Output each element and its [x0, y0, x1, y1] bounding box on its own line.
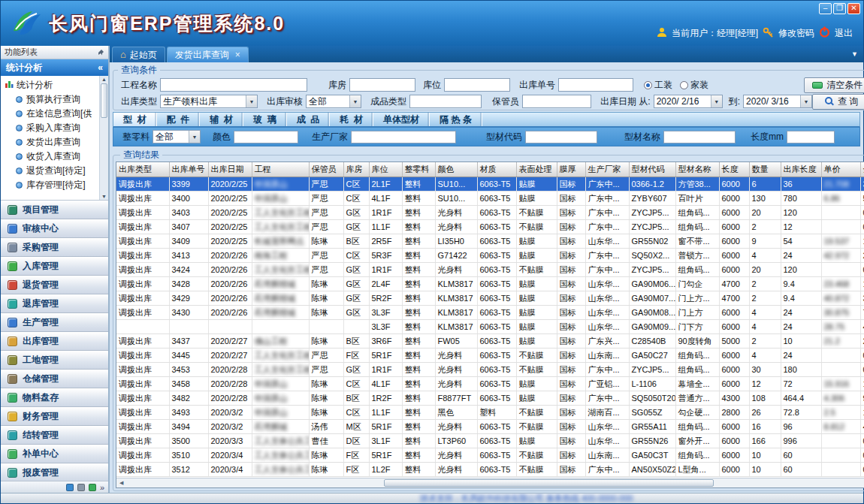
table-cell[interactable]: 24 [781, 349, 821, 363]
table-cell[interactable]: L型角... [675, 463, 719, 477]
table-cell[interactable]: SQ50X2... [629, 249, 675, 263]
length-input[interactable] [787, 131, 835, 143]
table-row[interactable]: 调拨出库34092020/2/25长城宽带网点陈琳B区2R5F整料LI35H06… [116, 234, 864, 249]
table-cell[interactable]: GR55N02 [629, 234, 675, 249]
sidebar-item[interactable]: 补单中心 [1, 445, 108, 463]
table-cell[interactable]: 2020/3/2 [208, 420, 252, 434]
table-cell[interactable]: 0 [860, 206, 864, 220]
table-cell[interactable]: 6000 [719, 349, 749, 363]
table-cell[interactable]: 调拨出库 [116, 420, 169, 434]
table-cell[interactable]: 石湾辉煌城 [252, 291, 309, 306]
table-cell[interactable]: 光身料 [435, 206, 477, 220]
table-cell[interactable]: 4700 [719, 277, 749, 291]
table-cell[interactable]: LI35H0 [435, 234, 477, 249]
table-cell[interactable]: 不贴膜 [516, 448, 557, 463]
table-cell[interactable]: 国标 [557, 406, 585, 420]
table-cell[interactable]: C区 [343, 249, 369, 263]
column-header[interactable]: 金额 [860, 162, 864, 177]
table-cell[interactable]: GA90M09... [629, 320, 675, 334]
table-row[interactable]: 调拨出库34452020/2/27工人文化宫工程严思F区5R1F整料光身料606… [116, 349, 864, 363]
table-cell[interactable]: 4700 [719, 291, 749, 306]
table-cell[interactable]: 1R1F [369, 363, 402, 377]
table-cell[interactable]: 华润原山 [252, 192, 309, 206]
table-cell[interactable]: 180 [781, 363, 821, 377]
table-cell[interactable]: 国标 [557, 320, 585, 334]
table-cell[interactable]: 10 [781, 334, 821, 349]
table-cell[interactable]: 10 [749, 448, 781, 463]
table-cell[interactable]: 216 [860, 334, 864, 349]
table-row[interactable]: 调拨出库34282020/2/26石湾辉煌城陈琳G区2L4F整料KLM38176… [116, 277, 864, 291]
column-header[interactable]: 出库长度 [781, 162, 821, 177]
material-tab[interactable]: 成 品 [287, 113, 331, 126]
table-cell[interactable]: 6000 [719, 220, 749, 234]
table-cell[interactable]: 方管38... [675, 177, 719, 192]
table-cell[interactable]: 工人文化宫工程 [252, 349, 309, 363]
table-cell[interactable]: 3429 [169, 291, 208, 306]
table-cell[interactable]: 3445 [169, 349, 208, 363]
sidebar-item[interactable]: 退货管理 [1, 276, 108, 294]
tree-item[interactable]: 预算执行查询 [5, 92, 98, 107]
table-cell[interactable]: 陈琳 [309, 377, 343, 391]
table-cell[interactable]: 国标 [557, 420, 585, 434]
column-header[interactable]: 工程 [252, 162, 309, 177]
table-cell[interactable]: 4 [749, 320, 781, 334]
table-cell[interactable]: 调拨出库 [116, 349, 169, 363]
table-cell[interactable]: 整料 [402, 320, 435, 334]
table-cell[interactable]: 贴膜 [516, 306, 557, 320]
table-cell[interactable]: 6000 [719, 192, 749, 206]
table-cell[interactable]: 16 [749, 420, 781, 434]
table-cell[interactable]: 陈琳 [309, 448, 343, 463]
sidebar-item[interactable]: 退库管理 [1, 294, 108, 313]
table-cell[interactable]: 国标 [557, 291, 585, 306]
table-row[interactable]: 调拨出库34032020/2/25工人文化宫工程严思G区1R1F整料光身料606… [116, 206, 864, 220]
table-cell[interactable]: 调拨出库 [116, 277, 169, 291]
shortcut-calendar-icon[interactable] [66, 484, 74, 491]
table-cell[interactable] [208, 320, 252, 334]
table-cell[interactable]: 山东华... [585, 234, 629, 249]
shortcut-folder-icon[interactable] [77, 484, 85, 491]
table-cell[interactable]: 3413 [169, 249, 208, 263]
table-cell[interactable]: 国标 [557, 391, 585, 406]
tab-list-arrow-icon[interactable]: ▼ [851, 50, 858, 58]
table-cell[interactable]: G区 [343, 306, 369, 320]
table-cell[interactable]: 陈琳 [309, 234, 343, 249]
table-cell[interactable]: G区 [343, 291, 369, 306]
table-cell[interactable]: 贴膜 [516, 320, 557, 334]
collapse-chevrons-icon[interactable]: « [98, 62, 103, 73]
table-cell[interactable]: 整料 [402, 349, 435, 363]
table-cell[interactable]: 130 [749, 192, 781, 206]
table-cell[interactable]: L-1106 [629, 377, 675, 391]
table-cell[interactable]: 182 [860, 406, 864, 420]
table-cell[interactable]: 2 [749, 277, 781, 291]
color-input[interactable] [234, 131, 298, 143]
table-cell[interactable]: 2L1F [369, 177, 402, 192]
table-cell[interactable]: 山东华... [585, 291, 629, 306]
table-cell[interactable]: 贴膜 [516, 377, 557, 391]
table-cell[interactable]: 6000 [719, 249, 749, 263]
table-cell[interactable]: 山东华... [585, 306, 629, 320]
table-cell[interactable]: 门上方... [675, 291, 719, 306]
table-cell[interactable]: 166 [749, 434, 781, 448]
table-cell[interactable]: 998 [860, 391, 864, 406]
table-cell[interactable]: 6063-T5 [477, 291, 516, 306]
column-header[interactable]: 材质 [477, 162, 516, 177]
table-row[interactable]: 调拨出库34532020/2/28工人文化宫工程严思G区1R1F整料光身料606… [116, 363, 864, 377]
table-cell[interactable]: 6063-T5 [477, 206, 516, 220]
table-cell[interactable]: 组角码... [675, 349, 719, 363]
table-cell[interactable]: 光身料 [435, 463, 477, 477]
table-cell[interactable]: 464.4 [781, 391, 821, 406]
tree-item[interactable]: 发货出库查询 [5, 135, 98, 149]
table-cell[interactable]: SQ5050T20 [629, 391, 675, 406]
table-cell[interactable]: 国标 [557, 349, 585, 363]
table-cell[interactable]: 2020/2/28 [208, 363, 252, 377]
logout-link[interactable]: 退出 [835, 27, 853, 40]
table-cell[interactable]: 华润原山 [252, 377, 309, 391]
table-cell[interactable]: 3458 [169, 377, 208, 391]
table-cell[interactable]: 华润原山 [252, 177, 309, 192]
table-cell[interactable]: 广东中... [585, 363, 629, 377]
table-cell[interactable]: 12 [781, 220, 821, 234]
table-cell[interactable]: 山东华... [585, 277, 629, 291]
sidebar-item[interactable]: 采购管理 [1, 238, 108, 257]
table-cell[interactable]: 2020/2/26 [208, 306, 252, 320]
table-cell[interactable]: 4 [749, 306, 781, 320]
